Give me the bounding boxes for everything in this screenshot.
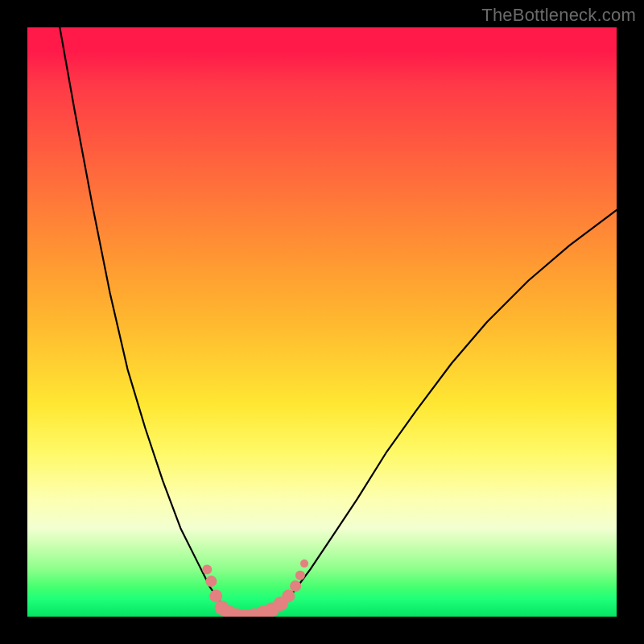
bottleneck-curve-path xyxy=(60,27,617,617)
watermark-text: TheBottleneck.com xyxy=(481,5,636,26)
marker-dot xyxy=(209,589,222,602)
marker-dot xyxy=(282,589,295,602)
marker-dot xyxy=(205,576,217,587)
marker-dot xyxy=(295,571,305,580)
marker-dot xyxy=(202,564,212,574)
marker-dot xyxy=(300,559,308,568)
bottleneck-curve-svg xyxy=(27,27,617,617)
marker-dot xyxy=(290,580,301,592)
plot-area xyxy=(27,27,617,617)
chart-frame: TheBottleneck.com xyxy=(0,0,644,644)
